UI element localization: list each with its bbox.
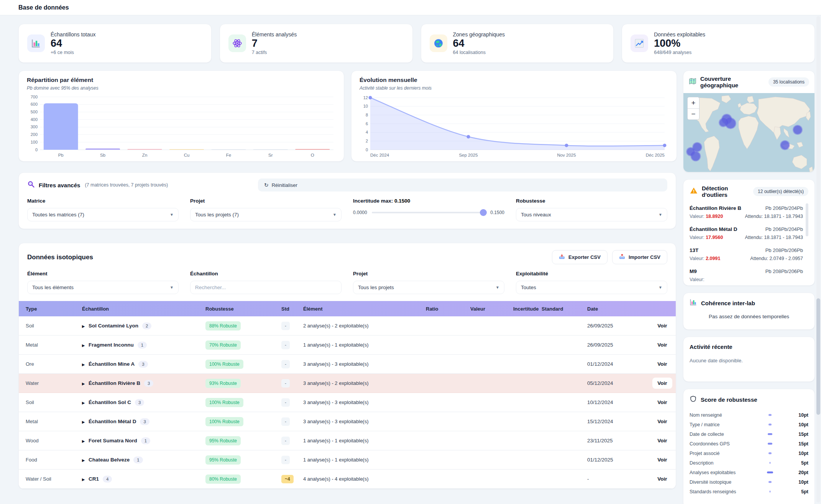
date-cell: 05/12/2024 <box>587 380 648 386</box>
sample-search-input[interactable] <box>190 281 342 294</box>
outliers-count-badge: 12 outlier(s) détecté(s) <box>753 187 808 196</box>
uncertainty-slider[interactable] <box>372 212 486 213</box>
view-button[interactable]: Voir <box>657 361 667 367</box>
zoom-out-button[interactable]: − <box>688 108 699 119</box>
outlier-item: M9 Pb 208Pb/206Pb Valeur: <box>690 265 803 283</box>
element-cell: 3 analyse(s) - 3 exploitable(s) <box>303 361 426 367</box>
view-button[interactable]: Voir <box>657 323 667 329</box>
sample-name-cell[interactable]: Fragment Inconnu 1 <box>82 342 205 349</box>
expand-icon[interactable] <box>82 323 85 329</box>
sample-name: Échantillon Métal D <box>89 419 136 424</box>
svg-text:500: 500 <box>31 110 38 114</box>
sample-name-cell[interactable]: Échantillon Rivière B 3 <box>82 380 205 387</box>
score-criterion-label: Coordonnées GPS <box>690 441 751 447</box>
expand-icon[interactable] <box>82 342 85 348</box>
stat-label: Éléments analysés <box>252 31 297 38</box>
sample-name-cell[interactable]: Chateau Belveze 1 <box>82 457 205 463</box>
matrice-select[interactable]: Toutes les matrices (7) <box>27 208 179 221</box>
world-map[interactable]: + − <box>683 93 814 172</box>
expand-icon[interactable] <box>82 438 85 443</box>
expand-icon[interactable] <box>82 476 85 482</box>
score-criterion-label: Description <box>690 460 751 466</box>
outliers-scrollbar[interactable] <box>806 203 808 236</box>
expand-icon[interactable] <box>82 457 85 463</box>
filters-count: (7 matrices trouvées, 7 projets trouvés) <box>85 182 168 188</box>
score-points: 15pt <box>789 441 808 447</box>
score-criterion-label: Standards renseignés <box>690 489 751 494</box>
table-row: Metal Échantillon Métal D 3 100% Robuste… <box>19 412 676 431</box>
analysis-count-badge: 4 <box>103 476 112 483</box>
type-cell: Metal <box>19 419 82 424</box>
score-criterion-label: Type / matrice <box>690 422 751 427</box>
expand-icon[interactable] <box>82 361 85 367</box>
globe-icon <box>430 34 447 52</box>
svg-text:4: 4 <box>366 130 368 134</box>
sample-name-cell[interactable]: Sol Contaminé Lyon 2 <box>82 322 205 329</box>
expand-icon[interactable] <box>82 399 85 405</box>
svg-text:12: 12 <box>363 95 368 100</box>
sample-name-cell[interactable]: Échantillon Métal D 3 <box>82 418 205 425</box>
import-csv-button[interactable]: Importer CSV <box>612 250 667 264</box>
map-marker[interactable] <box>691 152 700 161</box>
map-marker[interactable] <box>693 143 701 151</box>
exploitability-select[interactable]: Toutes <box>516 281 667 294</box>
element-cell: 4 analyse(s) - 4 exploitable(s) <box>303 476 426 482</box>
score-row: Type / matrice 10pt <box>690 420 808 429</box>
sample-name-cell[interactable]: Foret Sumatra Nord 1 <box>82 437 205 444</box>
column-header: Valeur <box>470 306 513 312</box>
page-title: Base de données <box>18 4 69 11</box>
sample-name: Échantillon Mine A <box>89 361 135 367</box>
map-marker[interactable] <box>793 126 802 134</box>
svg-text:200: 200 <box>31 132 38 137</box>
outlier-expected-label: Attendu: <box>745 235 763 240</box>
outlier-ratio: Pb 206Pb/204Pb <box>765 205 803 211</box>
robustness-badge: 88% Robuste <box>205 321 241 331</box>
outlier-expected-range: 18.1871 - 18.7943 <box>764 214 803 219</box>
sample-name-cell[interactable]: Échantillon Sol C 3 <box>82 399 205 406</box>
analysis-count-badge: 3 <box>144 380 153 387</box>
coherence-empty-text: Pas assez de données temporelles <box>690 314 808 319</box>
column-header: Standard <box>542 306 587 312</box>
score-row: Analyses exploitables 20pt <box>690 468 808 477</box>
view-button[interactable]: Voir <box>657 342 667 348</box>
view-button[interactable]: Voir <box>657 399 667 405</box>
export-csv-button[interactable]: Exporter CSV <box>552 250 608 264</box>
outlier-expected-label: Attendu: <box>750 256 768 261</box>
expand-icon[interactable] <box>82 380 85 386</box>
project-select[interactable]: Tous les projets <box>353 281 504 294</box>
robustness-badge: 93% Robuste <box>205 379 241 388</box>
score-weight-bar <box>767 471 773 473</box>
sample-name-cell[interactable]: CR1 4 <box>82 476 205 483</box>
view-button[interactable]: Voir <box>657 457 667 463</box>
map-marker[interactable] <box>719 119 727 126</box>
stat-sub: +6 ce mois <box>51 50 96 55</box>
expand-icon[interactable] <box>82 419 85 424</box>
stat-sub: 64 localisations <box>453 50 505 55</box>
page-scrollbar[interactable] <box>816 16 820 502</box>
bar-chart-title: Répartition par élément <box>27 77 336 83</box>
element-cell: 1 analyse(s) - 1 exploitable(s) <box>303 457 426 463</box>
view-button[interactable]: Voir <box>652 378 672 389</box>
projet-value: Tous les projets (7) <box>195 212 239 218</box>
element-select[interactable]: Tous les éléments <box>27 281 179 294</box>
robustesse-select[interactable]: Tous niveaux <box>516 208 667 221</box>
slider-thumb[interactable] <box>480 209 487 216</box>
map-marker[interactable] <box>781 141 789 149</box>
view-button[interactable]: Voir <box>657 419 667 424</box>
view-button[interactable]: Voir <box>657 438 667 443</box>
svg-text:Fe: Fe <box>226 153 231 157</box>
view-button[interactable]: Voir <box>657 476 667 482</box>
sample-name-cell[interactable]: Échantillon Mine A 3 <box>82 361 205 368</box>
score-weight-bar <box>768 424 772 425</box>
projet-select[interactable]: Tous les projets (7) <box>190 208 342 221</box>
sample-name: Chateau Belveze <box>89 457 130 463</box>
page-scrollbar-thumb[interactable] <box>816 298 820 415</box>
table-row: Water / Soil CR1 4 80% Robuste ~4 4 anal… <box>19 470 676 489</box>
zoom-in-button[interactable]: + <box>688 97 699 108</box>
column-header: Élément <box>303 306 426 312</box>
score-points: 5pt <box>789 489 808 494</box>
std-badge: - <box>281 341 290 349</box>
robustness-badge: 100% Robuste <box>205 398 243 407</box>
reset-filters-button[interactable]: Réinitialiser <box>258 178 667 191</box>
reset-label: Réinitialiser <box>272 182 297 188</box>
